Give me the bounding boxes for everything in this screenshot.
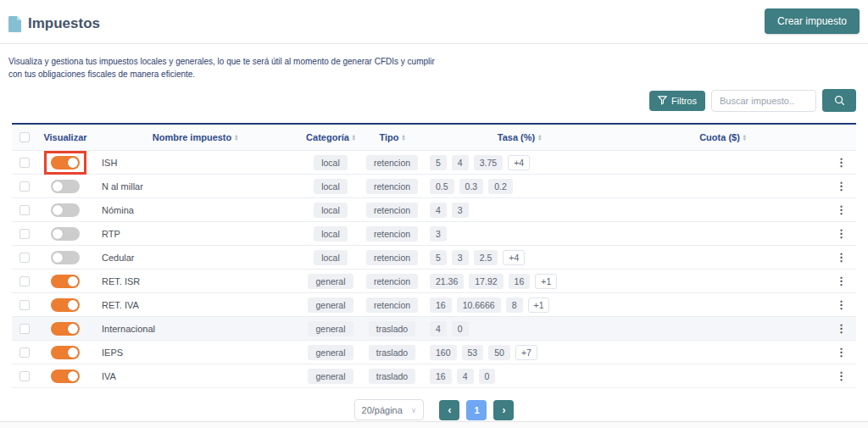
row-checkbox[interactable]	[19, 300, 30, 310]
search-icon	[834, 95, 845, 106]
table-row: Internacionalgeneraltraslado40⋮	[12, 317, 856, 341]
table-row: RET. IVAgeneralretencion1610.66668+1⋮	[12, 293, 856, 317]
tax-name: RTP	[93, 229, 297, 239]
toggle-knob	[68, 158, 78, 168]
filters-button[interactable]: Filtros	[649, 91, 705, 111]
visualizar-toggle[interactable]	[51, 156, 80, 170]
row-checkbox[interactable]	[19, 276, 30, 286]
categoria-cell: local	[297, 203, 364, 218]
actions-cell: ⋮	[826, 227, 856, 240]
tax-name: IEPS	[93, 347, 297, 358]
tasa-chip: 3	[452, 250, 469, 265]
visualizar-toggle[interactable]	[51, 251, 80, 264]
tax-name: Internacional	[93, 324, 297, 334]
row-menu-icon[interactable]: ⋮	[836, 227, 847, 240]
tasa-chip: 21.36	[430, 274, 464, 289]
visualizar-toggle[interactable]	[51, 180, 80, 193]
tipo-badge: traslado	[369, 345, 415, 360]
table-row: IEPSgeneraltraslado1605350+7⋮	[12, 341, 856, 364]
visualizar-toggle[interactable]	[51, 275, 80, 288]
row-checkbox-cell	[12, 229, 37, 239]
tasa-cell: 21.3617.9216+1	[420, 274, 619, 289]
visualizar-toggle[interactable]	[51, 322, 80, 336]
column-categoria[interactable]: Categoría▴▾	[297, 132, 364, 142]
sort-icon[interactable]: ▴▾	[403, 134, 405, 141]
tasa-chip: 16	[430, 297, 452, 313]
column-tipo[interactable]: Tipo▴▾	[364, 132, 420, 142]
column-nombre-impuesto[interactable]: Nombre impuesto▴▾	[93, 132, 297, 142]
sort-icon[interactable]: ▴▾	[353, 134, 355, 141]
row-checkbox[interactable]	[19, 324, 30, 334]
visualizar-toggle[interactable]	[51, 346, 80, 359]
column-cuota[interactable]: Cuota ($)▴▾	[619, 132, 826, 142]
row-menu-icon[interactable]: ⋮	[836, 203, 847, 216]
toggle-knob	[68, 371, 78, 381]
tipo-badge: traslado	[369, 321, 415, 336]
more-tasas-chip[interactable]: +4	[503, 250, 525, 265]
sort-icon[interactable]: ▴▾	[538, 134, 541, 141]
select-all-checkbox[interactable]	[19, 132, 30, 142]
tasa-chip: 0.2	[488, 179, 513, 194]
tasa-cell: 43	[420, 203, 619, 218]
tipo-badge: retencion	[366, 274, 418, 289]
visualizar-cell	[37, 156, 93, 170]
table-row: ISHlocalretencion543.75+4⋮	[12, 151, 856, 175]
more-tasas-chip[interactable]: +1	[535, 274, 557, 289]
search-input[interactable]	[711, 90, 816, 112]
tax-name: IVA	[93, 371, 297, 381]
row-menu-icon[interactable]: ⋮	[836, 156, 847, 169]
visualizar-toggle[interactable]	[51, 298, 80, 312]
sort-icon[interactable]: ▴▾	[743, 134, 746, 141]
row-checkbox[interactable]	[19, 229, 30, 239]
pagination: 20/página ∨ ‹ 1 ›	[0, 399, 868, 420]
categoria-badge: general	[308, 321, 353, 336]
row-checkbox-cell	[12, 324, 37, 334]
tasa-chip: 3	[452, 203, 469, 218]
more-tasas-chip[interactable]: +4	[508, 155, 530, 170]
tax-name: N al millar	[93, 181, 297, 192]
row-menu-icon[interactable]: ⋮	[836, 322, 847, 335]
tasa-chip: 50	[488, 345, 510, 360]
page-title: Impuestos	[28, 15, 100, 32]
tasa-chip: 17.92	[469, 274, 503, 289]
row-checkbox[interactable]	[19, 347, 30, 358]
row-checkbox[interactable]	[19, 181, 30, 192]
tasa-cell: 1605350+7	[420, 345, 619, 360]
sort-icon[interactable]: ▴▾	[235, 134, 237, 141]
tipo-badge: retencion	[366, 226, 418, 242]
row-menu-icon[interactable]: ⋮	[836, 180, 847, 192]
more-tasas-chip[interactable]: +7	[515, 345, 537, 360]
page-size-select[interactable]: 20/página ∨	[354, 399, 425, 420]
column-tasa[interactable]: Tasa (%)▴▾	[420, 132, 619, 142]
categoria-badge: local	[314, 250, 348, 265]
row-menu-icon[interactable]: ⋮	[836, 298, 847, 311]
row-menu-icon[interactable]: ⋮	[836, 370, 847, 382]
row-menu-icon[interactable]: ⋮	[836, 346, 847, 359]
row-menu-icon[interactable]: ⋮	[836, 275, 847, 287]
search-button[interactable]	[822, 89, 856, 112]
tipo-cell: retencion	[364, 203, 420, 218]
page-1-button[interactable]: 1	[466, 400, 487, 420]
tasa-chip: 4	[430, 203, 447, 218]
categoria-badge: general	[308, 369, 353, 384]
row-checkbox[interactable]	[19, 371, 30, 381]
table-row: Cedularlocalretencion532.5+4⋮	[12, 246, 856, 270]
row-menu-icon[interactable]: ⋮	[836, 251, 847, 264]
row-checkbox-cell	[12, 205, 37, 215]
actions-cell: ⋮	[826, 298, 856, 311]
create-tax-button[interactable]: Crear impuesto	[765, 8, 860, 34]
row-checkbox[interactable]	[19, 158, 30, 168]
filters-label: Filtros	[671, 96, 697, 106]
visualizar-toggle[interactable]	[51, 227, 80, 241]
prev-page-button[interactable]: ‹	[439, 400, 459, 420]
next-page-button[interactable]: ›	[493, 400, 514, 420]
title-wrap: Impuestos	[8, 15, 100, 32]
visualizar-toggle[interactable]	[51, 370, 80, 383]
toggle-knob	[68, 324, 78, 334]
visualizar-cell	[37, 203, 93, 217]
visualizar-toggle[interactable]	[51, 203, 80, 217]
row-checkbox[interactable]	[19, 253, 30, 263]
filter-funnel-icon	[658, 96, 667, 105]
more-tasas-chip[interactable]: +1	[528, 297, 550, 313]
row-checkbox[interactable]	[19, 205, 30, 215]
